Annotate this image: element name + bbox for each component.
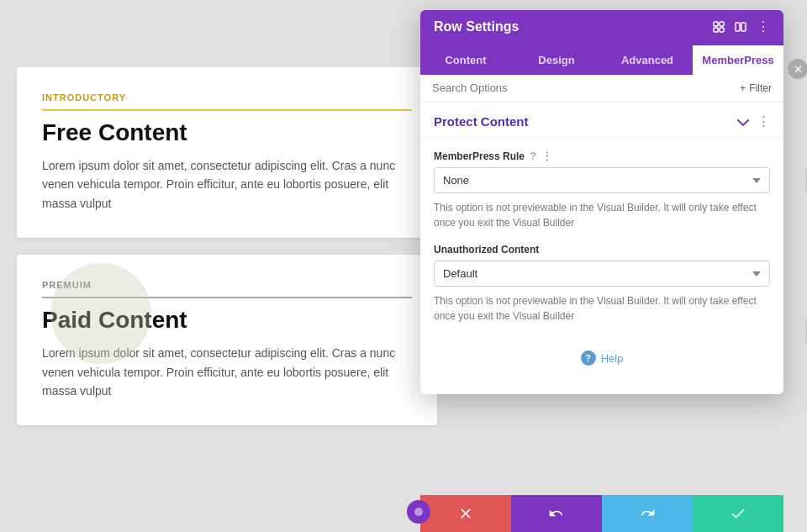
- panel-tabs: Content Design Advanced MemberPress: [420, 43, 783, 75]
- filter-plus-icon: +: [740, 82, 746, 94]
- svg-rect-3: [720, 28, 724, 32]
- memberpress-rule-dots-icon[interactable]: ⋮: [541, 150, 552, 162]
- redo-button[interactable]: [602, 495, 693, 532]
- filter-label: Filter: [749, 82, 772, 94]
- section-title: Protect Content: [434, 114, 529, 129]
- help-circle-icon: ?: [581, 350, 596, 366]
- memberpress-rule-label: MemberPress Rule ? ⋮: [434, 150, 770, 162]
- card-tag-introductory: INTRODUCTORY: [42, 92, 412, 111]
- panel-body: Protect Content ⋮ MemberPress Rule ? ⋮ N…: [420, 102, 783, 394]
- memberpress-rule-select[interactable]: None: [434, 167, 770, 193]
- panel-close-edge[interactable]: ✕: [788, 59, 807, 79]
- row-settings-panel: Row Settings ⋮ Content Design Ad: [420, 10, 783, 394]
- svg-rect-4: [736, 23, 740, 31]
- tab-memberpress[interactable]: MemberPress: [693, 43, 783, 75]
- cancel-button[interactable]: [420, 495, 511, 532]
- section-header-icons: ⋮: [737, 113, 770, 129]
- svg-rect-2: [714, 28, 718, 32]
- help-label: Help: [601, 352, 624, 365]
- columns-icon[interactable]: [735, 21, 746, 33]
- tab-design[interactable]: Design: [511, 43, 602, 75]
- unauthorized-content-label-text: Unauthorized Content: [434, 244, 539, 255]
- free-content-card: INTRODUCTORY Free Content Lorem ipsum do…: [17, 67, 437, 238]
- help-button[interactable]: ? Help: [581, 350, 624, 366]
- memberpress-rule-note: This option is not previewable in the Vi…: [434, 200, 770, 230]
- tab-advanced[interactable]: Advanced: [602, 43, 693, 75]
- svg-rect-0: [714, 22, 718, 26]
- memberpress-rule-label-text: MemberPress Rule: [434, 150, 525, 162]
- panel-header: Row Settings ⋮: [420, 10, 783, 43]
- unauthorized-content-label: Unauthorized Content: [434, 244, 770, 255]
- panel-header-icons: ⋮: [713, 18, 770, 34]
- fullscreen-icon[interactable]: [713, 21, 725, 33]
- decorative-circle: [50, 263, 151, 364]
- unauthorized-content-select[interactable]: Default: [434, 261, 770, 287]
- bottom-toolbar: [420, 495, 783, 532]
- section-more-icon[interactable]: ⋮: [757, 113, 770, 129]
- save-button[interactable]: [693, 495, 783, 532]
- protect-content-section-header: Protect Content ⋮: [420, 102, 783, 138]
- svg-rect-5: [741, 23, 746, 31]
- svg-rect-1: [720, 22, 724, 26]
- filter-button[interactable]: + Filter: [740, 82, 772, 94]
- tab-content[interactable]: Content: [420, 43, 511, 75]
- undo-button[interactable]: [511, 495, 602, 532]
- settings-fields: MemberPress Rule ? ⋮ None This option is…: [420, 138, 783, 394]
- bottom-circle-indicator: [407, 500, 430, 524]
- free-content-body: Lorem ipsum dolor sit amet, consectetur …: [42, 156, 412, 213]
- memberpress-rule-help-icon[interactable]: ?: [530, 150, 536, 162]
- panel-title: Row Settings: [434, 19, 519, 34]
- search-input[interactable]: [432, 82, 740, 94]
- panel-search-bar: + Filter: [420, 75, 783, 102]
- unauthorized-content-note: This option is not previewable in the Vi…: [434, 293, 770, 324]
- free-content-title: Free Content: [42, 119, 412, 146]
- more-options-icon[interactable]: ⋮: [757, 18, 770, 34]
- help-row: ? Help: [434, 337, 770, 382]
- collapse-icon[interactable]: [737, 114, 749, 129]
